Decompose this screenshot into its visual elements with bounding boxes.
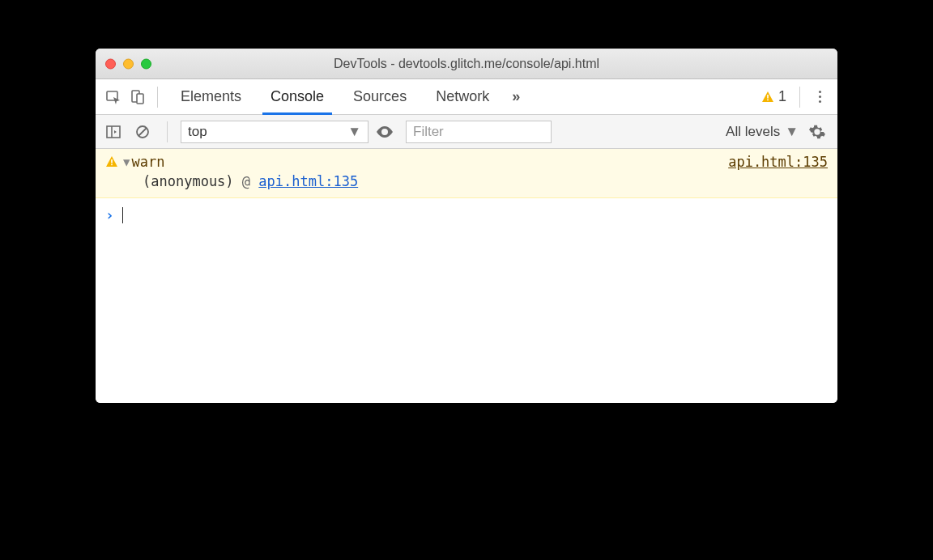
stack-trace-line: (anonymous) @ api.html:135	[105, 173, 828, 189]
svg-rect-5	[107, 126, 120, 138]
window-controls	[105, 58, 151, 69]
svg-rect-4	[767, 99, 769, 100]
warning-header-line: ▼ warn api.html:135	[105, 154, 828, 170]
svg-line-8	[138, 128, 147, 136]
window-titlebar: DevTools - devtools.glitch.me/console/ap…	[96, 49, 837, 79]
stack-at: @	[242, 173, 259, 189]
console-prompt[interactable]: ›	[96, 198, 837, 231]
svg-rect-10	[111, 159, 113, 163]
more-tabs-icon[interactable]: »	[505, 88, 524, 105]
prompt-chevron-icon: ›	[105, 206, 114, 223]
source-link[interactable]: api.html:135	[728, 154, 828, 170]
dropdown-icon: ▼	[347, 124, 361, 140]
tab-console[interactable]: Console	[256, 79, 339, 114]
inspect-element-icon[interactable]	[102, 86, 125, 108]
console-warning-entry[interactable]: ▼ warn api.html:135 (anonymous) @ api.ht…	[96, 149, 837, 198]
console-settings-icon[interactable]	[808, 123, 831, 141]
warnings-badge[interactable]: 1	[756, 88, 791, 105]
svg-rect-2	[137, 94, 143, 104]
warning-icon	[105, 155, 118, 168]
live-expression-icon[interactable]	[375, 122, 399, 142]
separator	[799, 87, 800, 108]
tab-sources[interactable]: Sources	[339, 79, 421, 114]
stack-source-link[interactable]: api.html:135	[258, 173, 358, 189]
levels-label: All levels	[726, 124, 780, 140]
panel-tabs: Elements Console Sources Network	[166, 79, 504, 114]
filter-input[interactable]	[406, 121, 552, 143]
dropdown-icon: ▼	[785, 124, 799, 140]
execution-context-select[interactable]: top ▼	[181, 121, 369, 143]
svg-point-9	[383, 130, 386, 134]
window-title: DevTools - devtools.glitch.me/console/ap…	[96, 57, 837, 71]
warning-icon	[761, 91, 774, 104]
input-caret	[122, 207, 123, 223]
svg-rect-3	[767, 95, 769, 99]
device-toolbar-icon[interactable]	[126, 86, 149, 108]
context-value: top	[188, 124, 207, 140]
separator	[167, 121, 168, 142]
devtools-window: DevTools - devtools.glitch.me/console/ap…	[96, 49, 837, 403]
toggle-console-sidebar-icon[interactable]	[102, 121, 125, 143]
log-levels-select[interactable]: All levels ▼	[722, 124, 802, 140]
tab-network[interactable]: Network	[421, 79, 504, 114]
main-tabs-row: Elements Console Sources Network » 1	[96, 79, 837, 115]
minimize-window-button[interactable]	[123, 58, 134, 69]
close-window-button[interactable]	[105, 58, 116, 69]
warning-count: 1	[778, 88, 786, 105]
warning-message: warn	[131, 154, 164, 170]
disclosure-triangle-icon[interactable]: ▼	[123, 155, 130, 168]
console-output: ▼ warn api.html:135 (anonymous) @ api.ht…	[96, 149, 837, 403]
settings-menu-icon[interactable]	[808, 91, 831, 103]
separator	[157, 87, 158, 108]
tab-elements[interactable]: Elements	[166, 79, 256, 114]
svg-rect-11	[111, 164, 113, 166]
console-toolbar: top ▼ All levels ▼	[96, 115, 837, 149]
maximize-window-button[interactable]	[141, 58, 151, 69]
stack-function: (anonymous)	[143, 173, 234, 189]
clear-console-icon[interactable]	[131, 121, 154, 143]
